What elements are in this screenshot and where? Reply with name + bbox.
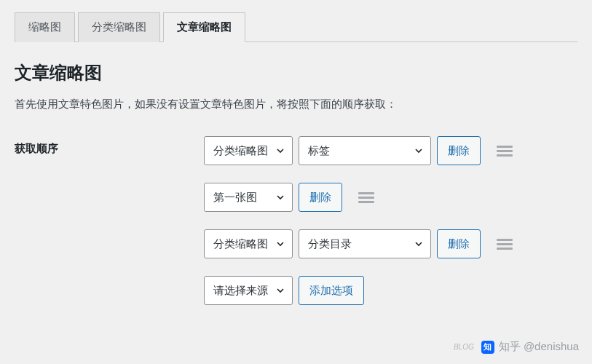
select-value: 请选择来源: [213, 284, 268, 298]
rules-list: 分类缩略图 标签 删除 第一张图 删除 分类缩略图: [204, 136, 516, 305]
target-select[interactable]: 标签: [299, 136, 431, 165]
chevron-down-icon: [414, 240, 423, 248]
source-select[interactable]: 分类缩略图: [204, 229, 293, 258]
tab-thumbnail[interactable]: 缩略图: [15, 12, 75, 42]
tabs: 缩略图 分类缩略图 文章缩略图: [15, 12, 577, 42]
select-value: 分类缩略图: [213, 144, 268, 158]
target-select[interactable]: 分类目录: [299, 229, 431, 258]
select-value: 分类目录: [308, 237, 352, 251]
chevron-down-icon: [276, 193, 285, 202]
source-select[interactable]: 第一张图: [204, 183, 293, 212]
tab-category-thumbnail[interactable]: 分类缩略图: [78, 12, 160, 42]
zhihu-icon: 知: [481, 341, 494, 354]
chevron-down-icon: [414, 146, 423, 155]
new-source-select[interactable]: 请选择来源: [204, 276, 293, 305]
chevron-down-icon: [276, 146, 285, 155]
page-description: 首先使用文章特色图片，如果没有设置文章特色图片，将按照下面的顺序获取：: [15, 98, 577, 111]
drag-handle-icon[interactable]: [494, 236, 516, 253]
delete-button[interactable]: 删除: [437, 136, 481, 165]
tab-post-thumbnail[interactable]: 文章缩略图: [163, 12, 245, 42]
rule-row: 第一张图 删除: [204, 183, 516, 212]
watermark-sublogo: BLOG: [454, 343, 474, 351]
rule-row: 分类缩略图 分类目录 删除: [204, 229, 516, 258]
drag-handle-icon[interactable]: [355, 189, 377, 206]
chevron-down-icon: [276, 240, 285, 248]
drag-handle-icon[interactable]: [494, 143, 516, 159]
order-label: 获取顺序: [15, 136, 204, 156]
delete-button[interactable]: 删除: [437, 229, 481, 258]
add-option-button[interactable]: 添加选项: [299, 276, 364, 305]
rule-row: 分类缩略图 标签 删除: [204, 136, 516, 165]
order-form-row: 获取顺序 分类缩略图 标签 删除 第一张图 删除: [15, 136, 577, 305]
select-value: 第一张图: [213, 191, 257, 205]
add-rule-row: 请选择来源 添加选项: [204, 276, 516, 305]
watermark: BLOG 知 知乎 @denishua: [454, 340, 579, 354]
select-value: 分类缩略图: [213, 237, 268, 251]
watermark-handle: 知乎 @denishua: [499, 340, 579, 354]
page-title: 文章缩略图: [15, 61, 577, 84]
chevron-down-icon: [276, 286, 285, 295]
source-select[interactable]: 分类缩略图: [204, 136, 293, 165]
select-value: 标签: [308, 144, 330, 158]
delete-button[interactable]: 删除: [299, 183, 342, 212]
